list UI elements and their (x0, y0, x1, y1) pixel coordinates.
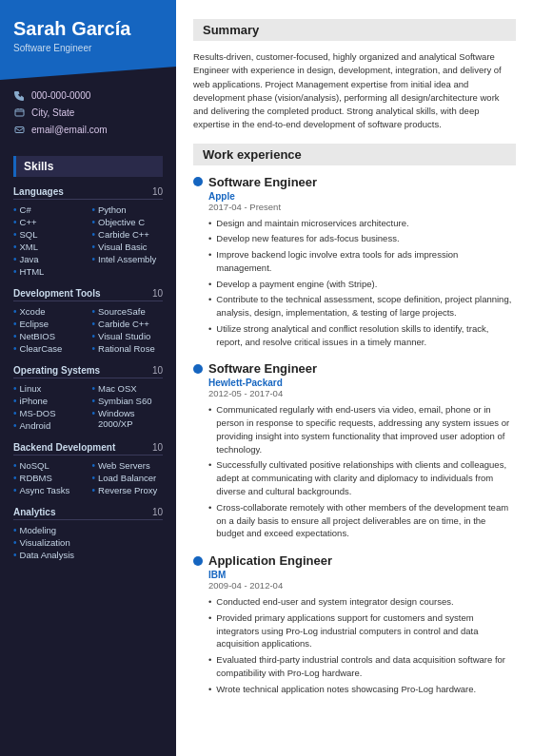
skill-bullet: • (13, 229, 17, 240)
location-icon (13, 107, 26, 119)
job-dates: 2009-04 - 2012-04 (208, 580, 516, 591)
skills-header-box: Skills (13, 156, 163, 177)
skill-section: Analytics10•Modeling•Visualization•Data … (13, 507, 163, 562)
skill-bullet: • (92, 473, 96, 483)
skill-section-score: 10 (152, 507, 163, 517)
skill-label: HTML (20, 266, 45, 277)
job-bullets: Design and maintain microservices archit… (208, 217, 516, 349)
skill-bullet: • (13, 254, 17, 264)
job-bullet-item: Improve backend logic involve extra tool… (208, 248, 516, 275)
job-bullet-item: Provided primary applications support fo… (208, 611, 516, 650)
job-bullet-item: Design and maintain microservices archit… (208, 217, 516, 230)
skill-label: Java (20, 254, 39, 264)
skill-section: Backend Development10•NoSQL•RDBMS•Async … (13, 442, 163, 497)
skill-item: •NetBIOS (13, 331, 85, 341)
skill-section-score: 10 (152, 186, 163, 197)
skill-bullet: • (13, 343, 17, 354)
skill-label: XML (20, 242, 39, 252)
skill-bullet: • (13, 204, 17, 215)
email-icon (13, 124, 26, 136)
skill-item: •Android (13, 420, 85, 431)
skill-col-2: •SourceSafe•Carbide C++•Visual Studio•Ra… (92, 306, 164, 356)
skill-label: Visual Studio (98, 331, 150, 341)
location-contact: City, State (13, 107, 163, 119)
skill-label: Visualization (20, 537, 70, 548)
skill-item: •C++ (13, 217, 85, 227)
work-header-text: Work experience (203, 147, 302, 162)
skill-item: •SQL (13, 229, 85, 240)
skill-label: Load Balancer (98, 473, 156, 483)
skill-bullet: • (92, 229, 96, 240)
skill-label: NetBIOS (20, 331, 56, 341)
skill-bullet: • (92, 331, 96, 341)
skill-sections: Languages10•C#•C++•SQL•XML•Java•HTML•Pyt… (13, 186, 163, 562)
skill-bullet: • (13, 396, 17, 406)
skill-section-score: 10 (152, 365, 163, 376)
skill-section-header: Backend Development10 (13, 442, 163, 456)
job-bullet-item: Wrote technical application notes showca… (208, 683, 516, 696)
candidate-title: Software Engineer (13, 43, 163, 53)
skill-columns: •C#•C++•SQL•XML•Java•HTML•Python•Objecti… (13, 204, 163, 279)
sidebar: Sarah García Software Engineer 000-000-0… (0, 0, 176, 756)
skill-item: •Modeling (13, 525, 85, 535)
job-bullet-item: Evaluated third-party industrial control… (208, 653, 516, 680)
skill-item: •Visual Basic (92, 242, 164, 252)
skill-item: •Java (13, 254, 85, 264)
job-entry: Application EngineerIBM2009-04 - 2012-04… (193, 553, 516, 695)
skill-label: ClearCase (20, 343, 63, 354)
candidate-name: Sarah García (13, 17, 163, 40)
job-title-row: Software Engineer (193, 361, 516, 376)
skill-label: Async Tasks (20, 485, 70, 495)
skill-label: iPhone (20, 396, 49, 406)
skill-label: Symbian S60 (98, 396, 152, 406)
job-dates: 2012-05 - 2017-04 (208, 388, 516, 398)
skill-label: SourceSafe (98, 306, 146, 317)
resume-container: Sarah García Software Engineer 000-000-0… (0, 0, 533, 756)
skill-section-header: Languages10 (13, 186, 163, 200)
skill-item: •Visualization (13, 537, 85, 548)
skills-section: Skills Languages10•C#•C++•SQL•XML•Java•H… (0, 150, 176, 585)
skill-item: •Windows 2000/XP (92, 408, 164, 429)
svg-rect-4 (15, 127, 24, 133)
job-dot (193, 177, 203, 186)
skill-col-2: •Web Servers•Load Balancer•Reverse Proxy (92, 460, 164, 497)
skill-label: Intel Assembly (98, 254, 156, 264)
svg-rect-0 (15, 109, 24, 116)
job-bullet-item: Develop a payment engine (with Stripe). (208, 278, 516, 291)
skill-section-header: Operating Systems10 (13, 365, 163, 378)
skill-label: NoSQL (20, 460, 49, 471)
skill-bullet: • (13, 460, 17, 471)
skill-bullet: • (13, 331, 17, 341)
skill-bullet: • (92, 408, 96, 418)
skill-bullet: • (13, 408, 17, 418)
skill-section: Operating Systems10•Linux•iPhone•MS-DOS•… (13, 365, 163, 433)
skill-section-title: Development Tools (13, 288, 101, 299)
skill-item: •Visual Studio (92, 331, 164, 341)
skill-bullet: • (13, 306, 17, 317)
skill-item: •Python (92, 204, 164, 215)
skill-bullet: • (13, 319, 17, 329)
job-entry: Software EngineerApple2017-04 - PresentD… (193, 175, 516, 349)
skill-item: •Web Servers (92, 460, 164, 471)
skill-col-1: •Xcode•Eclipse•NetBIOS•ClearCase (13, 306, 85, 356)
skill-label: C++ (20, 217, 37, 227)
skill-bullet: • (92, 343, 96, 354)
skill-bullet: • (92, 254, 96, 264)
skill-col-2: •Python•Objective C•Carbide C++•Visual B… (92, 204, 164, 279)
job-company: Apple (208, 191, 516, 202)
job-bullets: Conducted end-user and system integrator… (208, 595, 516, 695)
skill-label: Carbide C++ (98, 319, 149, 329)
skill-col-1: •C#•C++•SQL•XML•Java•HTML (13, 204, 85, 279)
job-title: Application Engineer (208, 553, 332, 568)
job-dot (193, 364, 203, 374)
skill-bullet: • (13, 242, 17, 252)
skill-label: MS-DOS (20, 408, 56, 418)
skill-bullet: • (92, 319, 96, 329)
skill-item: •Symbian S60 (92, 396, 164, 406)
skill-label: RDBMS (20, 473, 52, 483)
skill-item: •HTML (13, 266, 85, 277)
skill-bullet: • (92, 242, 96, 252)
skill-item: •Eclipse (13, 319, 85, 329)
job-dates: 2017-04 - Present (208, 202, 516, 212)
email-text: email@email.com (31, 125, 108, 135)
